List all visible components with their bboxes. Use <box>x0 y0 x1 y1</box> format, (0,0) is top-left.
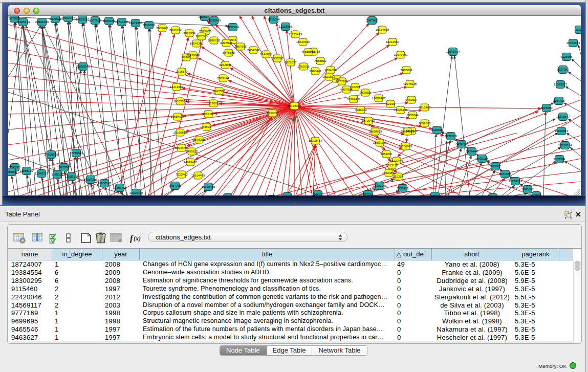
svg-text:12213369: 12213369 <box>170 85 184 89</box>
svg-text:12213967: 12213967 <box>386 40 400 43</box>
svg-text:10958147: 10958147 <box>98 182 112 185</box>
svg-text:17957255: 17957255 <box>84 178 98 181</box>
svg-text:5875685: 5875685 <box>223 51 235 54</box>
svg-text:16120746: 16120746 <box>390 159 404 162</box>
svg-text:12923446: 12923446 <box>129 191 143 194</box>
svg-text:19654923: 19654923 <box>401 130 415 133</box>
svg-text:1615132: 1615132 <box>386 164 398 167</box>
svg-text:19166825: 19166825 <box>173 131 187 134</box>
svg-text:8471676: 8471676 <box>499 172 511 176</box>
svg-text:16463: 16463 <box>314 193 322 195</box>
svg-text:9245052: 9245052 <box>521 188 534 191</box>
svg-text:8938923: 8938923 <box>445 135 457 138</box>
svg-text:1845061: 1845061 <box>9 166 21 169</box>
svg-text:7515526: 7515526 <box>143 24 155 27</box>
svg-text:10688609: 10688609 <box>368 130 382 133</box>
svg-text:10648784: 10648784 <box>446 50 460 53</box>
svg-text:8660124: 8660124 <box>169 29 182 32</box>
svg-text:7357224: 7357224 <box>227 26 239 29</box>
svg-text:93901: 93901 <box>182 56 191 59</box>
svg-text:14136141: 14136141 <box>373 184 387 187</box>
svg-text:9146821: 9146821 <box>260 53 272 56</box>
svg-text:1527602: 1527602 <box>89 19 101 22</box>
svg-text:13975887: 13975887 <box>57 166 71 169</box>
svg-text:9227343: 9227343 <box>557 68 569 71</box>
svg-text:9329906: 9329906 <box>560 55 573 58</box>
svg-text:9427552: 9427552 <box>213 90 225 93</box>
svg-text:5322605: 5322605 <box>199 30 211 33</box>
svg-text:9463627: 9463627 <box>405 98 418 101</box>
svg-text:8813054: 8813054 <box>268 18 280 21</box>
svg-text:12975115: 12975115 <box>403 82 417 85</box>
svg-text:12505135: 12505135 <box>65 175 79 178</box>
svg-text:8822037: 8822037 <box>285 61 297 64</box>
svg-text:1145193: 1145193 <box>52 173 64 176</box>
svg-text:16154808: 16154808 <box>376 28 389 31</box>
svg-text:117006: 117006 <box>208 102 219 105</box>
svg-text:16971355: 16971355 <box>129 21 143 25</box>
svg-text:10973493: 10973493 <box>394 53 408 56</box>
svg-text:94710: 94710 <box>431 194 440 195</box>
svg-text:20206526: 20206526 <box>45 153 58 156</box>
svg-text:13524851: 13524851 <box>382 171 396 174</box>
svg-text:2718179: 2718179 <box>176 70 188 73</box>
svg-text:7632021: 7632021 <box>489 165 502 168</box>
svg-text:9777169: 9777169 <box>336 80 348 83</box>
svg-text:10807487: 10807487 <box>372 97 386 100</box>
svg-text:107318: 107318 <box>363 193 374 195</box>
svg-text:19338454: 19338454 <box>309 139 322 142</box>
svg-text:20871: 20871 <box>283 195 292 195</box>
svg-text:9084067: 9084067 <box>380 152 393 156</box>
svg-text:8186328: 8186328 <box>208 39 220 42</box>
svg-text:7625402: 7625402 <box>176 173 188 176</box>
svg-text:10654112: 10654112 <box>509 180 522 183</box>
svg-text:5493822: 5493822 <box>186 150 198 153</box>
svg-text:8215953: 8215953 <box>540 106 553 110</box>
svg-text:20053346: 20053346 <box>76 65 90 68</box>
svg-text:18640910: 18640910 <box>296 40 310 43</box>
svg-text:2687682: 2687682 <box>366 19 378 22</box>
svg-text:9327508: 9327508 <box>220 41 232 45</box>
svg-text:2935114: 2935114 <box>476 157 489 160</box>
svg-text:16033809: 16033809 <box>207 19 221 22</box>
svg-text:11568129: 11568129 <box>20 169 34 172</box>
svg-text:9699695: 9699695 <box>419 122 431 125</box>
svg-text:9734028: 9734028 <box>324 69 337 72</box>
svg-text:8454749: 8454749 <box>247 49 259 52</box>
svg-text:9115460: 9115460 <box>419 106 431 109</box>
svg-text:8466160: 8466160 <box>103 19 115 23</box>
svg-text:20364436: 20364436 <box>347 98 361 101</box>
svg-text:1957844: 1957844 <box>406 114 419 117</box>
svg-text:14055724: 14055724 <box>16 20 30 24</box>
svg-text:3824554: 3824554 <box>359 91 372 94</box>
svg-text:10025435: 10025435 <box>394 108 408 112</box>
svg-text:9457791: 9457791 <box>169 184 181 187</box>
svg-text:1167534: 1167534 <box>554 158 566 161</box>
svg-text:3915941: 3915941 <box>8 170 17 173</box>
svg-text:10853267: 10853267 <box>76 18 90 21</box>
svg-text:2803144: 2803144 <box>217 77 229 80</box>
svg-text:13716485: 13716485 <box>202 185 215 188</box>
svg-text:16782759: 16782759 <box>113 186 127 189</box>
svg-text:7485063: 7485063 <box>400 69 412 72</box>
svg-text:3267110: 3267110 <box>203 113 215 116</box>
svg-text:1244415: 1244415 <box>553 99 565 102</box>
svg-text:11325419: 11325419 <box>289 33 302 36</box>
svg-text:10756928: 10756928 <box>399 145 412 148</box>
svg-text:15751674: 15751674 <box>567 41 580 45</box>
svg-text:1388520: 1388520 <box>271 57 284 60</box>
svg-text:20891406: 20891406 <box>35 20 49 24</box>
svg-text:924505: 924505 <box>531 194 542 195</box>
svg-text:8878312: 8878312 <box>193 138 205 141</box>
svg-text:1733426: 1733426 <box>397 187 409 190</box>
svg-text:14099485: 14099485 <box>184 161 198 164</box>
svg-text:17016514: 17016514 <box>558 144 572 147</box>
svg-text:16543362: 16543362 <box>190 42 204 45</box>
svg-text:18720407: 18720407 <box>362 119 376 122</box>
svg-text:12218506: 12218506 <box>279 25 293 28</box>
svg-text:20692717: 20692717 <box>61 16 75 19</box>
svg-text:7986322: 7986322 <box>355 108 367 112</box>
svg-text:12093872: 12093872 <box>554 83 568 86</box>
svg-text:2930027: 2930027 <box>267 112 279 115</box>
svg-text:1440935: 1440935 <box>431 128 443 132</box>
